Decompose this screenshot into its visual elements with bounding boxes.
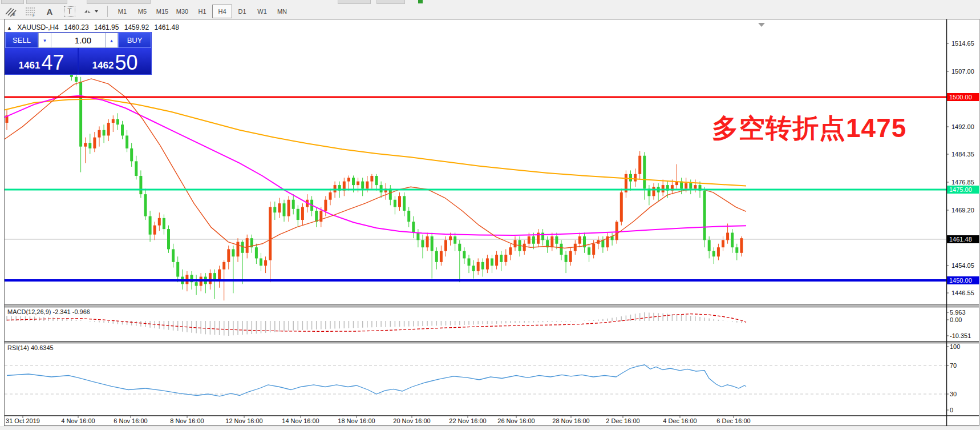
- chart-annotation-text: 多空转折点1475: [712, 111, 906, 146]
- svg-text:70: 70: [950, 362, 957, 369]
- svg-text:30: 30: [950, 391, 957, 397]
- window-bottom-strip: [0, 427, 980, 430]
- buy-button[interactable]: BUY: [118, 33, 151, 48]
- sell-price-tile[interactable]: 1461 47: [5, 48, 78, 74]
- svg-text:1492.00: 1492.00: [951, 123, 974, 130]
- svg-text:4 Nov 16:00: 4 Nov 16:00: [61, 417, 95, 424]
- svg-text:4 Dec 16:00: 4 Dec 16:00: [663, 417, 696, 424]
- svg-text:1454.05: 1454.05: [951, 262, 974, 269]
- svg-text:6 Dec 16:00: 6 Dec 16:00: [716, 417, 750, 424]
- svg-text:1476.85: 1476.85: [951, 179, 974, 186]
- svg-text:1507.00: 1507.00: [951, 68, 974, 75]
- volume-input[interactable]: [51, 33, 105, 48]
- buy-price-small: 1462: [92, 61, 114, 70]
- svg-text:31 Oct 2019: 31 Oct 2019: [6, 417, 40, 424]
- buy-price-tile[interactable]: 1462 50: [79, 48, 151, 74]
- svg-text:2 Dec 16:00: 2 Dec 16:00: [606, 417, 639, 424]
- rsi-label: RSI(14) 40.6345: [7, 344, 54, 351]
- symbol-quote-row: ▲ XAUUSD-,H4 1460.23 1461.95 1459.92 146…: [7, 23, 183, 31]
- svg-text:1469.20: 1469.20: [951, 207, 974, 214]
- one-click-trade-panel: SELL ▾ ▴ BUY 1461 47 1462 50: [5, 32, 152, 75]
- svg-text:12 Nov 16:00: 12 Nov 16:00: [225, 417, 262, 424]
- svg-text:14 Nov 16:00: 14 Nov 16:00: [282, 417, 319, 424]
- svg-text:1484.35: 1484.35: [951, 151, 974, 158]
- buy-price-big: 50: [115, 54, 137, 72]
- svg-text:1500.00: 1500.00: [949, 94, 972, 101]
- svg-text:28 Nov 16:00: 28 Nov 16:00: [552, 417, 589, 424]
- svg-text:1514.65: 1514.65: [951, 40, 974, 47]
- volume-decrease-button[interactable]: ▾: [38, 33, 51, 48]
- svg-text:0.00: 0.00: [950, 316, 962, 323]
- svg-text:1446.55: 1446.55: [951, 290, 974, 296]
- trading-terminal: E F A T M1M5M15M30H1H4D1W1MN 1500.001475…: [0, 0, 980, 430]
- svg-text:26 Nov 16:00: 26 Nov 16:00: [497, 417, 534, 424]
- svg-text:1475.00: 1475.00: [949, 186, 972, 193]
- quote-open: 1460.23: [64, 23, 88, 31]
- svg-text:-10.351: -10.351: [950, 332, 971, 339]
- svg-text:18 Nov 16:00: 18 Nov 16:00: [338, 417, 375, 424]
- quote-low: 1459.92: [124, 23, 149, 31]
- sell-button[interactable]: SELL: [5, 33, 38, 48]
- sell-price-small: 1461: [19, 61, 41, 70]
- svg-text:22 Nov 16:00: 22 Nov 16:00: [449, 417, 486, 424]
- collapse-panel-icon[interactable]: ▲: [7, 25, 12, 31]
- svg-text:5.963: 5.963: [950, 309, 966, 316]
- svg-text:1461.48: 1461.48: [949, 236, 972, 243]
- candles: [6, 43, 743, 300]
- ma-orange: [5, 99, 746, 186]
- svg-text:6 Nov 16:00: 6 Nov 16:00: [114, 417, 147, 424]
- ma-magenta: [5, 96, 746, 236]
- quote-high: 1461.95: [94, 23, 119, 31]
- symbol-title: XAUUSD-,H4: [17, 23, 59, 31]
- svg-text:100: 100: [950, 343, 960, 350]
- svg-text:8 Nov 16:00: 8 Nov 16:00: [170, 417, 204, 424]
- sell-price-big: 47: [41, 54, 64, 72]
- svg-text:0: 0: [950, 407, 953, 413]
- volume-increase-button[interactable]: ▴: [105, 33, 118, 48]
- svg-text:1450.00: 1450.00: [949, 277, 972, 284]
- macd-label: MACD(12,26,9) -2.341 -0.966: [7, 308, 90, 315]
- quote-close: 1461.48: [155, 23, 179, 31]
- svg-text:20 Nov 16:00: 20 Nov 16:00: [393, 417, 430, 424]
